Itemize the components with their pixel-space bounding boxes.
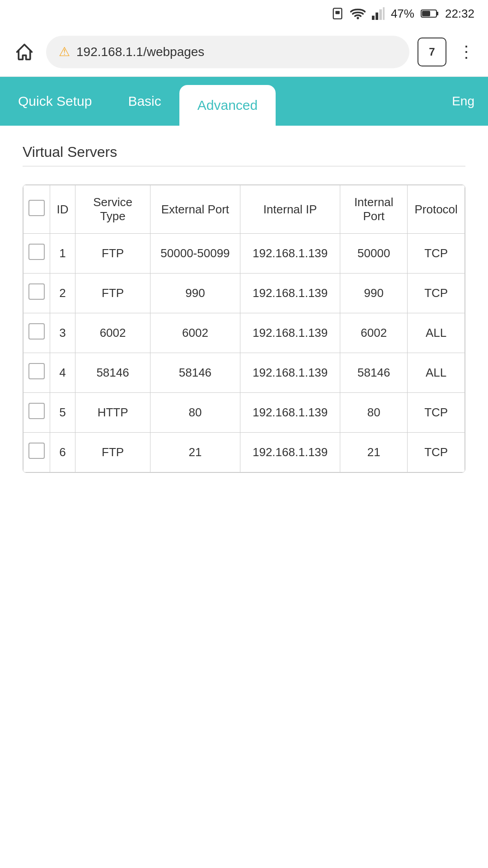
header-row: ID Service Type External Port Internal I… (23, 185, 465, 234)
row-checkbox-6[interactable] (28, 443, 45, 459)
row-internal-port: 58146 (340, 353, 408, 393)
row-id: 1 (50, 234, 75, 274)
row-internal-ip: 192.168.1.139 (240, 433, 340, 472)
status-bar: 47% 22:32 (0, 0, 488, 27)
svg-rect-3 (372, 16, 375, 20)
url-bar[interactable]: ⚠ 192.168.1.1/webpages (46, 36, 409, 68)
row-id: 2 (50, 274, 75, 313)
row-checkbox-1[interactable] (28, 244, 45, 260)
row-service-type: FTP (75, 433, 150, 472)
sim-icon (331, 7, 344, 20)
svg-rect-4 (375, 13, 378, 20)
row-service-type: FTP (75, 234, 150, 274)
url-text: 192.168.1.1/webpages (76, 45, 204, 59)
virtual-servers-table: ID Service Type External Port Internal I… (23, 184, 465, 473)
row-service-type: HTTP (75, 393, 150, 433)
row-protocol: TCP (408, 234, 465, 274)
status-icons: 47% 22:32 (331, 7, 474, 21)
svg-rect-6 (383, 7, 385, 20)
row-external-port: 58146 (150, 353, 240, 393)
row-protocol: ALL (408, 353, 465, 393)
row-protocol: ALL (408, 313, 465, 353)
header-external-port: External Port (150, 185, 240, 234)
row-checkbox-cell (23, 353, 50, 393)
section-divider (23, 166, 465, 166)
tabs-count: 7 (429, 46, 435, 58)
row-checkbox-4[interactable] (28, 363, 45, 379)
table-body: 1 FTP 50000-50099 192.168.1.139 50000 TC… (23, 234, 465, 472)
header-checkbox-cell (23, 185, 50, 234)
battery-percent: 47% (391, 7, 414, 21)
row-id: 3 (50, 313, 75, 353)
section-title: Virtual Servers (23, 144, 465, 160)
row-external-port: 990 (150, 274, 240, 313)
wifi-icon (350, 7, 366, 20)
nav-tabs: Quick Setup Basic Advanced Eng (0, 77, 488, 126)
row-internal-port: 6002 (340, 313, 408, 353)
servers-table: ID Service Type External Port Internal I… (23, 185, 465, 472)
row-internal-port: 50000 (340, 234, 408, 274)
table-header: ID Service Type External Port Internal I… (23, 185, 465, 234)
browser-bar: ⚠ 192.168.1.1/webpages 7 ⋮ (0, 27, 488, 77)
select-all-checkbox[interactable] (28, 200, 45, 216)
more-button[interactable]: ⋮ (455, 42, 477, 61)
row-checkbox-5[interactable] (28, 403, 45, 419)
signal-icon (372, 7, 385, 20)
row-internal-ip: 192.168.1.139 (240, 274, 340, 313)
row-checkbox-cell (23, 433, 50, 472)
tab-eng[interactable]: Eng (438, 77, 488, 126)
home-icon (14, 42, 34, 62)
row-internal-ip: 192.168.1.139 (240, 393, 340, 433)
table-row: 6 FTP 21 192.168.1.139 21 TCP (23, 433, 465, 472)
row-id: 5 (50, 393, 75, 433)
row-service-type: 6002 (75, 313, 150, 353)
row-internal-port: 990 (340, 274, 408, 313)
row-id: 6 (50, 433, 75, 472)
time: 22:32 (445, 7, 474, 21)
row-internal-ip: 192.168.1.139 (240, 313, 340, 353)
svg-rect-1 (335, 11, 339, 14)
row-internal-port: 80 (340, 393, 408, 433)
row-protocol: TCP (408, 433, 465, 472)
tab-quick-setup[interactable]: Quick Setup (0, 77, 110, 126)
row-external-port: 6002 (150, 313, 240, 353)
row-checkbox-cell (23, 313, 50, 353)
row-id: 4 (50, 353, 75, 393)
tab-advanced[interactable]: Advanced (179, 85, 276, 126)
row-checkbox-cell (23, 393, 50, 433)
row-internal-port: 21 (340, 433, 408, 472)
header-protocol: Protocol (408, 185, 465, 234)
table-row: 2 FTP 990 192.168.1.139 990 TCP (23, 274, 465, 313)
table-row: 3 6002 6002 192.168.1.139 6002 ALL (23, 313, 465, 353)
row-external-port: 21 (150, 433, 240, 472)
header-service-type: Service Type (75, 185, 150, 234)
row-checkbox-cell (23, 234, 50, 274)
table-row: 5 HTTP 80 192.168.1.139 80 TCP (23, 393, 465, 433)
row-internal-ip: 192.168.1.139 (240, 234, 340, 274)
row-checkbox-3[interactable] (28, 323, 45, 340)
header-id: ID (50, 185, 75, 234)
svg-rect-5 (379, 9, 382, 20)
more-dots-icon: ⋮ (458, 42, 474, 61)
tabs-button[interactable]: 7 (418, 38, 446, 66)
row-service-type: 58146 (75, 353, 150, 393)
row-protocol: TCP (408, 274, 465, 313)
header-internal-ip: Internal IP (240, 185, 340, 234)
header-internal-port: Internal Port (340, 185, 408, 234)
row-checkbox-cell (23, 274, 50, 313)
home-button[interactable] (11, 38, 38, 66)
table-row: 4 58146 58146 192.168.1.139 58146 ALL (23, 353, 465, 393)
svg-point-2 (357, 17, 359, 19)
row-protocol: TCP (408, 393, 465, 433)
svg-rect-9 (422, 11, 430, 16)
battery-icon (421, 7, 439, 20)
row-external-port: 80 (150, 393, 240, 433)
page-content: Virtual Servers ID Service Type External… (0, 126, 488, 491)
row-service-type: FTP (75, 274, 150, 313)
row-external-port: 50000-50099 (150, 234, 240, 274)
tab-basic[interactable]: Basic (110, 77, 179, 126)
warning-icon: ⚠ (59, 44, 70, 59)
svg-rect-8 (436, 12, 438, 15)
row-checkbox-2[interactable] (28, 283, 45, 300)
row-internal-ip: 192.168.1.139 (240, 353, 340, 393)
